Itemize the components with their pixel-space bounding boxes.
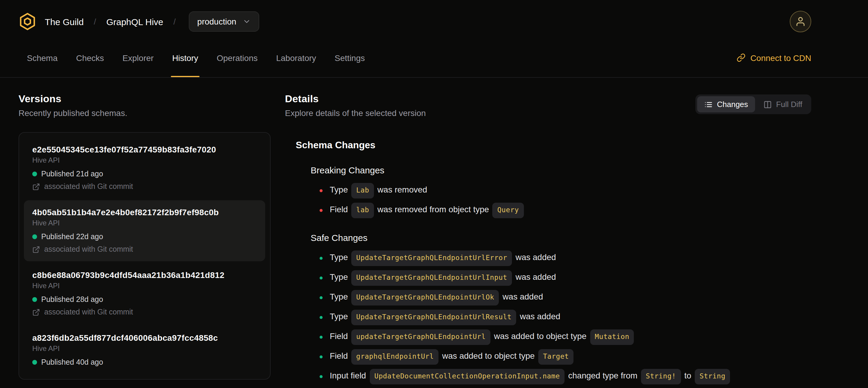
change-list: Type Lab was removedField lab was remove… (311, 183, 811, 218)
user-icon (795, 16, 806, 27)
version-item[interactable]: 4b05ab51b1b4a7e2e4b0ef82172f2b9f7ef98c0b… (24, 200, 265, 261)
git-commit-row: associated with Git commit (32, 308, 257, 316)
code-chip: Target (538, 349, 574, 365)
change-item: Type UpdateTargetGraphQLEndpointUrlOk wa… (319, 290, 811, 305)
change-item: Field updateTargetGraphQLEndpointUrl was… (319, 329, 811, 345)
changes-toggle-button[interactable]: Changes (697, 96, 755, 112)
published-label: Published 40d ago (41, 358, 103, 366)
breadcrumb-project[interactable]: GraphQL Hive (106, 17, 163, 27)
header: The Guild / GraphQL Hive / production Sc… (0, 0, 868, 78)
versions-panel: Versions Recently published schemas. e2e… (19, 93, 271, 388)
change-item: Input field UpdateDocumentCollectionOper… (319, 369, 811, 384)
git-commit-row: associated with Git commit (32, 245, 257, 253)
details-header: Details Explore details of the selected … (285, 93, 811, 118)
header-top: The Guild / GraphQL Hive / production (19, 0, 811, 38)
change-item: Field graphqlEndpointUrl was added to ob… (319, 349, 811, 365)
code-chip: Query (493, 203, 524, 218)
details-panel: Details Explore details of the selected … (285, 93, 811, 388)
full-diff-toggle-button[interactable]: Full Diff (756, 96, 809, 112)
tab-checks[interactable]: Checks (76, 38, 104, 77)
change-group-safe: Safe ChangesType UpdateTargetGraphQLEndp… (311, 233, 811, 388)
change-list: Type UpdateTargetGraphQLEndpointUrlError… (311, 250, 811, 388)
nav-tabs: SchemaChecksExplorerHistoryOperationsLab… (27, 38, 365, 77)
changes-toggle-label: Changes (717, 100, 748, 109)
external-link-icon (32, 245, 40, 253)
change-group-breaking: Breaking ChangesType Lab was removedFiel… (311, 165, 811, 218)
columns-icon (764, 100, 772, 109)
git-commit-label: associated with Git commit (44, 245, 133, 253)
version-hash: c8b6e88a06793b9c4dfd54aaa21b36a1b421d812 (32, 270, 257, 280)
published-row: Published 40d ago (32, 358, 257, 366)
published-label: Published 28d ago (41, 295, 103, 304)
version-hash: e2e55045345ce13fe07f52a77459b83fa3fe7020 (32, 145, 257, 154)
published-dot-icon (32, 297, 37, 302)
change-item: Type UpdateTargetGraphQLEndpointUrlInput… (319, 270, 811, 286)
external-link-icon (32, 183, 40, 190)
published-dot-icon (32, 360, 37, 365)
published-dot-icon (32, 172, 37, 176)
tab-settings[interactable]: Settings (335, 38, 365, 77)
schema-changes-body: Breaking ChangesType Lab was removedFiel… (285, 165, 811, 388)
view-toggle: Changes Full Diff (695, 94, 811, 114)
git-commit-label: associated with Git commit (44, 182, 133, 191)
change-item: Field lab was removed from object type Q… (319, 203, 811, 218)
git-commit-row: associated with Git commit (32, 182, 257, 191)
connect-to-cdn-link[interactable]: Connect to CDN (737, 38, 811, 77)
breadcrumb-org[interactable]: The Guild (45, 17, 84, 27)
tab-history[interactable]: History (172, 38, 198, 77)
version-list: e2e55045345ce13fe07f52a77459b83fa3fe7020… (19, 132, 271, 380)
version-hash: 4b05ab51b1b4a7e2e4b0ef82172f2b9f7ef98c0b (32, 207, 257, 217)
published-row: Published 21d ago (32, 170, 257, 178)
change-item: Type UpdateTargetGraphQLEndpointUrlError… (319, 250, 811, 266)
versions-subtitle: Recently published schemas. (19, 108, 271, 118)
tab-laboratory[interactable]: Laboratory (276, 38, 316, 77)
main-content: Versions Recently published schemas. e2e… (0, 78, 868, 388)
list-icon (704, 100, 713, 109)
code-chip: UpdateTargetGraphQLEndpointUrlInput (351, 270, 512, 286)
avatar[interactable] (790, 11, 811, 32)
change-group-title: Safe Changes (311, 233, 811, 243)
tab-operations[interactable]: Operations (217, 38, 258, 77)
link-icon (737, 53, 746, 62)
version-service: Hive API (32, 219, 257, 227)
versions-title: Versions (19, 93, 271, 105)
hive-logo-icon[interactable] (19, 12, 36, 30)
code-chip: UpdateTargetGraphQLEndpointUrlResult (351, 310, 517, 325)
target-selector-value: production (197, 17, 236, 26)
code-chip: Lab (351, 183, 374, 199)
code-chip: lab (351, 203, 374, 218)
published-row: Published 22d ago (32, 233, 257, 241)
version-service: Hive API (32, 156, 257, 165)
version-service: Hive API (32, 345, 257, 353)
app: The Guild / GraphQL Hive / production Sc… (0, 0, 868, 388)
schema-changes-title: Schema Changes (296, 140, 811, 151)
change-item: Type Lab was removed (319, 183, 811, 199)
published-dot-icon (32, 234, 37, 239)
connect-to-cdn-label: Connect to CDN (750, 53, 811, 62)
code-chip: UpdateDocumentCollectionOperationInput.n… (370, 369, 564, 384)
change-group-title: Breaking Changes (311, 165, 811, 175)
chevron-down-icon (242, 17, 251, 26)
published-row: Published 28d ago (32, 295, 257, 304)
published-label: Published 22d ago (41, 233, 103, 241)
details-subtitle: Explore details of the selected version (285, 108, 426, 118)
external-link-icon (32, 308, 40, 316)
version-item[interactable]: a823f6db2a55df877dcf406006abca97fcc4858c… (24, 326, 265, 374)
published-label: Published 21d ago (41, 170, 103, 178)
full-diff-toggle-label: Full Diff (776, 100, 802, 109)
tab-explorer[interactable]: Explorer (122, 38, 154, 77)
header-nav-row: SchemaChecksExplorerHistoryOperationsLab… (19, 38, 811, 77)
code-chip: String! (641, 369, 681, 384)
breadcrumb: The Guild / GraphQL Hive / production (19, 11, 259, 32)
tab-schema[interactable]: Schema (27, 38, 58, 77)
version-item[interactable]: c8b6e88a06793b9c4dfd54aaa21b36a1b421d812… (24, 263, 265, 324)
target-selector[interactable]: production (189, 11, 259, 32)
code-chip: graphqlEndpointUrl (351, 349, 438, 365)
details-title: Details (285, 93, 426, 105)
version-hash: a823f6db2a55df877dcf406006abca97fcc4858c (32, 333, 257, 342)
code-chip: Mutation (590, 329, 634, 345)
code-chip: updateTargetGraphQLEndpointUrl (351, 329, 490, 345)
version-item[interactable]: e2e55045345ce13fe07f52a77459b83fa3fe7020… (24, 138, 265, 199)
code-chip: UpdateTargetGraphQLEndpointUrlError (351, 250, 512, 266)
code-chip: String (695, 369, 730, 384)
